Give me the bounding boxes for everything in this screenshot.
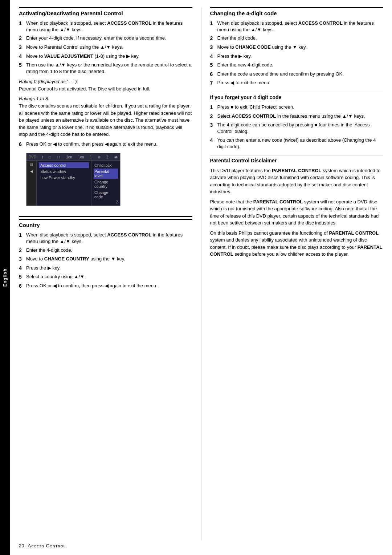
dvd-menu-item-status: Status window	[39, 169, 89, 174]
step-text: Select ACCESS CONTROL in the features me…	[217, 113, 384, 120]
section1-step6: 6 Press OK or ◀ to confirm, then press ◀…	[19, 141, 192, 148]
list-item: 2 Enter your 4-digit code. If necessary,…	[19, 35, 192, 42]
step-number: 3	[210, 122, 215, 135]
step-text: Press the ▶ key.	[26, 265, 192, 272]
arrow-icon: ↕	[41, 154, 44, 159]
step-number: 4	[19, 53, 24, 60]
step-text: Enter the new 4-digit code.	[217, 62, 384, 69]
list-item: 6 Enter the code a second time and recon…	[210, 71, 384, 78]
step-number: 1	[19, 232, 24, 245]
step-number: 4	[19, 265, 24, 272]
step-text: Then use the ▲/▼ keys or the numerical k…	[26, 62, 192, 75]
step-text: You can then enter a new code (twice!) a…	[217, 137, 384, 150]
list-item: 3 The 4-digit code can be cancelled by p…	[210, 122, 384, 135]
num-label: ⊕	[98, 155, 101, 159]
dvd-menu-right: Child lock Parental level Change country…	[91, 161, 120, 206]
step-number: 4	[210, 137, 215, 150]
dvd-menu-center: Access control Status window Low Power s…	[37, 161, 91, 206]
step-number: 5	[210, 62, 215, 69]
num-label: 1en	[66, 155, 72, 159]
list-item: 4 You can then enter a new code (twice!)…	[210, 137, 384, 150]
step-number: 4	[210, 53, 215, 60]
step-text: Press OK or ◀ to confirm, then press ◀ a…	[26, 141, 192, 148]
step-text: Move to CHANGE CODE using the ▼ key.	[217, 44, 384, 51]
right-column: Changing the 4-digit code 1 When disc pl…	[201, 7, 384, 540]
step-number: 1	[19, 20, 24, 33]
step-text: When disc playback is stopped, select AC…	[26, 232, 192, 245]
list-item: 4 Press the ▶ key.	[210, 53, 384, 60]
step-text: Enter the code a second time and reconfi…	[217, 71, 384, 78]
list-item: 3 Move to CHANGE CODE using the ▼ key.	[210, 44, 384, 51]
step-number: 1	[210, 20, 215, 33]
dvd-menu-item-lowpower: Low Power standby	[39, 175, 89, 181]
list-item: 1 When disc playback is stopped, select …	[19, 232, 192, 245]
step-number: 7	[210, 80, 215, 87]
dvd-menu-item-access: Access control	[39, 162, 89, 168]
step-number: 5	[19, 274, 24, 281]
rating1-heading: Ratings 1 to 8:	[19, 96, 192, 101]
rating0-text: Parental Control is not activated. The D…	[19, 85, 192, 93]
list-item: 5 Select a country using ▲/▼.	[19, 274, 192, 281]
list-item: 1 When disc playback is stopped, select …	[210, 20, 384, 33]
footer-title: Access Control	[28, 543, 65, 548]
page-number: 20	[19, 543, 24, 548]
right-section1-steps: 1 When disc playback is stopped, select …	[210, 20, 384, 87]
num-label: □	[49, 155, 51, 159]
step-number: 3	[210, 44, 215, 51]
step-number: 1	[210, 104, 215, 111]
left-column: Activating/Deactivating Parental Control…	[19, 7, 192, 540]
list-item: 2 Enter the old code.	[210, 35, 384, 42]
list-item: 3 Move to Parental Control using the ▲/▼…	[19, 44, 192, 51]
dvd-menu-left: ⊟ ◀	[26, 161, 37, 206]
list-item: 6 Press OK or ◀ to confirm, then press ◀…	[19, 283, 192, 290]
right-section2-title: If you forget your 4 digit code	[210, 92, 384, 100]
sidebar: English	[0, 0, 10, 555]
step-text: Enter the 4-digit code.	[26, 247, 192, 254]
step-text: Select a country using ▲/▼.	[26, 274, 192, 281]
step-number: 5	[19, 62, 24, 75]
page-footer: 20 Access Control	[10, 543, 392, 548]
dvd-menu-right-num: 2	[94, 200, 118, 204]
step-text: The 4-digit code can be cancelled by pre…	[217, 122, 384, 135]
page: English Activating/Deactivating Parental…	[0, 0, 392, 555]
disclaimer-para2: Please note that the PARENTAL CONTROL sy…	[210, 198, 384, 227]
dvd-menu-nums: □ ↑↕ 1en 1en 1 ⊕ 2 ⇌	[49, 155, 117, 159]
dvd-menu-right-parentallevel: Parental level	[94, 169, 118, 179]
right-section1-title: Changing the 4-digit code	[210, 7, 384, 16]
step-number: 6	[210, 71, 215, 78]
section1-title: Activating/Deactivating Parental Control	[19, 7, 192, 16]
dvd-menu-topbar: DVD ↕ □ ↑↕ 1en 1en 1 ⊕ 2 ⇌	[26, 153, 120, 161]
step-text: When disc playback is stopped, select AC…	[26, 20, 192, 33]
back-icon: ◀	[30, 169, 33, 173]
num-label: 2	[106, 155, 109, 159]
dvd-menu-right-changecode: Change code	[94, 190, 118, 200]
num-label: 1en	[78, 155, 84, 159]
step-number: 6	[19, 141, 24, 148]
disclaimer-para1: This DVD player features the PARENTAL CO…	[210, 167, 384, 195]
step-text: Move to CHANGE COUNTRY using the ▼ key.	[26, 256, 192, 263]
list-item: 1 When disc playback is stopped, select …	[19, 20, 192, 33]
list-item: 6 Press OK or ◀ to confirm, then press ◀…	[19, 141, 192, 148]
section2-title: Country	[19, 219, 192, 228]
step-number: 2	[210, 113, 215, 120]
num-label: ⇌	[114, 155, 117, 159]
list-item: 2 Select ACCESS CONTROL in the features …	[210, 113, 384, 120]
step-text: When disc playback is stopped, select AC…	[217, 20, 384, 33]
dvd-menu-right-childlock: Child lock	[94, 162, 118, 168]
list-item: 3 Move to CHANGE COUNTRY using the ▼ key…	[19, 256, 192, 263]
list-item: 5 Enter the new 4-digit code.	[210, 62, 384, 69]
disclaimer-para3: On this basis Philips cannot guarantee t…	[210, 230, 384, 258]
list-item: 2 Enter the 4-digit code.	[19, 247, 192, 254]
step-number: 3	[19, 256, 24, 263]
step-text: Press the ▶ key.	[217, 53, 384, 60]
dvd-menu-body: ⊟ ◀ Access control Status window Low Pow…	[26, 161, 120, 206]
step-number: 6	[19, 283, 24, 290]
list-item: 1 Press ■ to exit 'Child Protect' screen…	[210, 104, 384, 111]
step-text: Enter your 4-digit code. If necessary, e…	[26, 35, 192, 42]
step-text: Move to VALUE ADJUSTMENT (1-8) using the…	[26, 53, 192, 60]
right-section3-title: Parental Control Disclaimer	[210, 155, 384, 163]
step-text: Press OK or ◀ to confirm, then press ◀ a…	[26, 283, 192, 290]
step-text: Press ■ to exit 'Child Protect' screen.	[217, 104, 384, 111]
list-item: 5 Then use the ▲/▼ keys or the numerical…	[19, 62, 192, 75]
dvd-menu-screenshot: DVD ↕ □ ↑↕ 1en 1en 1 ⊕ 2 ⇌ ⊟	[26, 153, 121, 206]
